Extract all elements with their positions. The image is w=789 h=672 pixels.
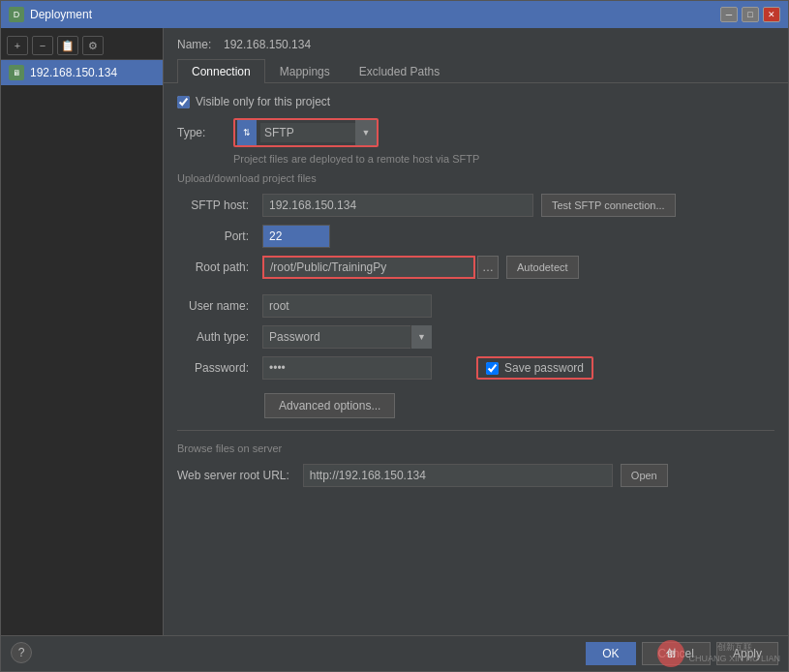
save-password-checkbox[interactable] <box>486 362 499 375</box>
sftp-icon: ⇅ <box>237 120 257 145</box>
open-button[interactable]: Open <box>621 464 668 487</box>
window-title: Deployment <box>30 8 92 21</box>
auth-type-label: Auth type: <box>177 330 255 344</box>
type-label: Type: <box>177 126 226 139</box>
user-name-input[interactable] <box>262 294 432 318</box>
password-row: Password: Save password <box>177 356 774 380</box>
sidebar-item-label: 192.168.150.134 <box>30 66 117 79</box>
remove-server-button[interactable]: − <box>32 36 53 55</box>
root-path-browse-button[interactable]: … <box>477 256 499 279</box>
advanced-options-button[interactable]: Advanced options... <box>264 393 395 418</box>
web-server-input[interactable] <box>303 464 613 487</box>
sidebar-toolbar: + − 📋 ⚙ <box>1 32 163 60</box>
autodetect-button[interactable]: Autodetect <box>506 256 579 279</box>
tab-connection[interactable]: Connection <box>177 59 265 83</box>
title-bar: D Deployment ─ □ ✕ <box>1 1 788 28</box>
tab-mappings[interactable]: Mappings <box>265 59 345 83</box>
root-path-label: Root path: <box>177 260 255 274</box>
port-label: Port: <box>177 229 255 243</box>
advanced-options-row: Advanced options... <box>177 387 774 418</box>
type-select-wrapper: ⇅ SFTP FTP FTPS Local ▼ <box>233 118 379 147</box>
root-path-row: Root path: … Autodetect <box>177 256 774 279</box>
upload-section-label: Upload/download project files <box>177 172 774 184</box>
type-select[interactable]: SFTP FTP FTPS Local <box>260 123 377 142</box>
deployment-window: D Deployment ─ □ ✕ + − 📋 ⚙ 🖥 192.168.150… <box>0 0 789 672</box>
port-row: Port: <box>177 225 774 248</box>
root-path-group: … <box>262 256 499 279</box>
settings-server-button[interactable]: ⚙ <box>82 36 104 55</box>
web-server-row: Web server root URL: Open <box>177 464 774 487</box>
sidebar: + − 📋 ⚙ 🖥 192.168.150.134 <box>1 28 164 635</box>
save-password-group: Save password <box>476 356 593 380</box>
sidebar-item-server[interactable]: 🖥 192.168.150.134 <box>1 60 163 85</box>
tabs-bar: Connection Mappings Excluded Paths <box>164 59 788 83</box>
sftp-host-label: SFTP host: <box>177 199 255 212</box>
sftp-host-input[interactable] <box>262 194 533 217</box>
server-icon: 🖥 <box>9 65 24 80</box>
maximize-button[interactable]: □ <box>742 7 759 22</box>
ok-button[interactable]: OK <box>586 642 635 665</box>
type-hint: Project files are deployed to a remote h… <box>177 151 774 172</box>
auth-type-select[interactable]: Password Key pair OpenSSH config <box>262 325 432 349</box>
title-bar-controls: ─ □ ✕ <box>720 7 780 22</box>
tab-content-connection: Visible only for this project Type: ⇅ SF… <box>164 83 788 635</box>
name-label: Name: <box>177 38 216 51</box>
watermark: 创 创新互联 CHUANG XIN HU LIAN <box>657 640 780 667</box>
visible-only-row: Visible only for this project <box>177 95 774 108</box>
add-server-button[interactable]: + <box>7 36 28 55</box>
root-path-input[interactable] <box>262 256 475 279</box>
visible-only-label: Visible only for this project <box>196 95 330 108</box>
title-bar-left: D Deployment <box>9 7 92 22</box>
port-input[interactable] <box>262 225 330 248</box>
sftp-host-row: SFTP host: Test SFTP connection... <box>177 194 774 217</box>
visible-only-checkbox[interactable] <box>177 96 190 108</box>
auth-type-row: Auth type: Password Key pair OpenSSH con… <box>177 325 774 349</box>
tab-excluded-paths[interactable]: Excluded Paths <box>345 59 454 83</box>
type-row: Type: ⇅ SFTP FTP FTPS Local ▼ <box>177 118 774 147</box>
password-input[interactable] <box>262 356 432 380</box>
close-button[interactable]: ✕ <box>763 7 780 22</box>
copy-server-button[interactable]: 📋 <box>57 36 78 55</box>
name-value: 192.168.150.134 <box>224 38 311 51</box>
browse-section-label: Browse files on server <box>177 443 774 454</box>
watermark-text: 创新互联 CHUANG XIN HU LIAN <box>688 642 780 664</box>
watermark-logo: 创 <box>657 640 684 667</box>
help-button[interactable]: ? <box>11 642 32 663</box>
password-label: Password: <box>177 361 255 375</box>
auth-type-wrapper: Password Key pair OpenSSH config ▼ <box>262 325 432 349</box>
user-name-label: User name: <box>177 299 255 313</box>
window-icon: D <box>9 7 24 22</box>
web-server-label: Web server root URL: <box>177 469 295 482</box>
panel-main: Name: 192.168.150.134 Connection Mapping… <box>164 28 788 635</box>
test-sftp-button[interactable]: Test SFTP connection... <box>541 194 676 217</box>
save-password-label: Save password <box>504 361 584 375</box>
main-content: + − 📋 ⚙ 🖥 192.168.150.134 Name: 192.168.… <box>1 28 788 635</box>
name-row: Name: 192.168.150.134 <box>164 28 788 59</box>
minimize-button[interactable]: ─ <box>720 7 738 22</box>
divider <box>177 430 774 431</box>
user-name-row: User name: <box>177 294 774 318</box>
